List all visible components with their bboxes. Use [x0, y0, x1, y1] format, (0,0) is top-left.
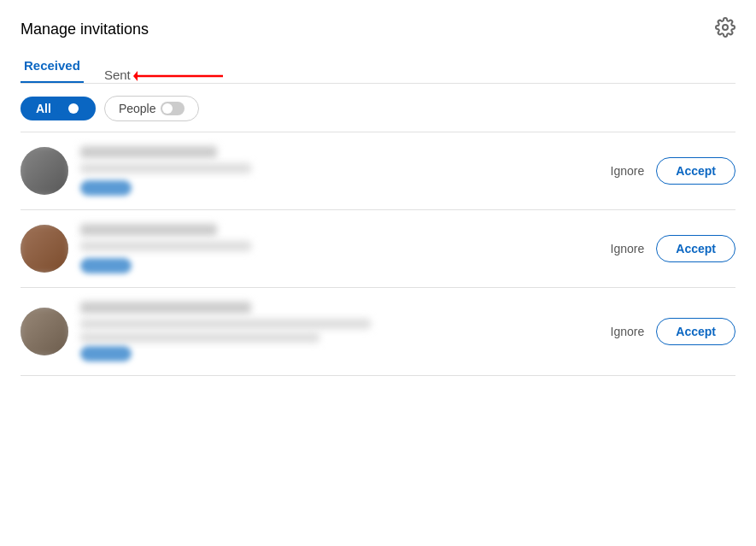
accept-button[interactable]: Accept — [656, 235, 735, 262]
people-toggle[interactable] — [161, 102, 185, 115]
page-title: Manage invitations — [21, 21, 149, 38]
tab-received[interactable]: Received — [21, 51, 84, 83]
invitation-item: Ignore Accept — [21, 132, 735, 210]
header-row: Manage invitations — [21, 17, 735, 41]
person-name — [80, 224, 217, 236]
avatar — [21, 147, 68, 195]
svg-marker-2 — [133, 71, 138, 81]
accept-button[interactable]: Accept — [656, 157, 735, 185]
ignore-button[interactable]: Ignore — [611, 242, 645, 255]
invitation-item: Ignore Accept — [21, 210, 735, 288]
all-toggle[interactable] — [56, 102, 80, 115]
tab-sent[interactable]: Sent — [101, 61, 134, 92]
person-name — [80, 146, 217, 158]
filter-all-button[interactable]: All — [21, 97, 96, 120]
person-info — [80, 302, 599, 361]
invitation-actions: Ignore Accept — [611, 318, 735, 345]
filter-all-label: All — [36, 102, 51, 115]
invitation-actions: Ignore Accept — [611, 157, 735, 185]
ignore-button[interactable]: Ignore — [611, 325, 645, 338]
invitation-list: Ignore Accept Ignore Accept — [21, 132, 735, 376]
avatar — [21, 225, 68, 273]
settings-icon[interactable] — [715, 17, 735, 41]
person-subtitle-line2 — [80, 332, 319, 343]
tabs-row: Received Sent — [21, 51, 735, 84]
person-subtitle — [80, 241, 251, 251]
filter-people-label: People — [119, 102, 156, 115]
svg-point-0 — [723, 25, 728, 30]
person-subtitle — [80, 163, 251, 173]
filter-people-button[interactable]: People — [104, 96, 200, 121]
avatar — [21, 308, 68, 355]
ignore-button[interactable]: Ignore — [611, 164, 645, 178]
accept-button[interactable]: Accept — [656, 318, 735, 345]
manage-invitations-page: Manage invitations Received Sent All Peo… — [0, 0, 756, 546]
invitation-item: Ignore Accept — [21, 288, 735, 376]
person-tag — [80, 180, 132, 196]
person-name — [80, 302, 251, 314]
person-tag — [80, 258, 132, 273]
annotation-arrow — [133, 66, 236, 86]
person-info — [80, 146, 599, 196]
invitation-actions: Ignore Accept — [611, 235, 735, 262]
person-info — [80, 224, 599, 273]
person-subtitle-line1 — [80, 319, 371, 329]
person-tag — [80, 346, 132, 361]
